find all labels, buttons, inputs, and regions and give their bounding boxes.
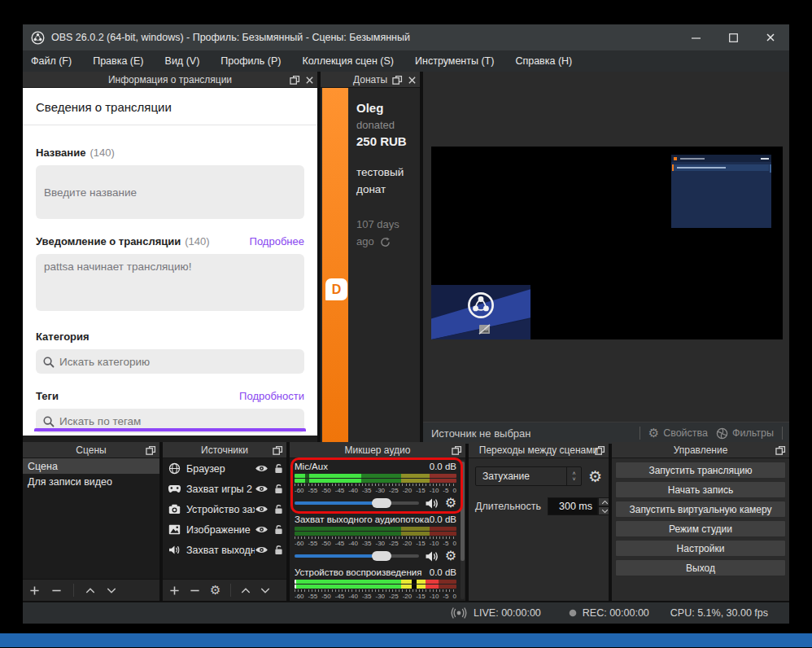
menu-tools[interactable]: Инструменты (T) [415,55,494,67]
menu-edit[interactable]: Правка (E) [93,55,143,67]
volume-slider[interactable] [295,550,419,562]
maximize-button[interactable] [714,24,752,50]
transitions-dock-header[interactable]: Переходы между сценами [469,442,609,458]
add-scene-button[interactable] [29,585,40,596]
channel-settings-gear-icon[interactable]: ⚙ [445,549,456,563]
source-item[interactable]: Изображение [163,519,286,540]
lock-icon[interactable] [274,463,283,474]
category-search-input[interactable] [59,356,298,368]
close-button[interactable] [752,24,789,50]
visibility-eye-icon[interactable] [255,525,268,534]
move-scene-up-button[interactable] [85,587,95,594]
studio-mode-button[interactable]: Режим студии [615,520,786,537]
source-item[interactable]: Захват игры 2 [163,479,286,499]
menu-scene-collection[interactable]: Коллекция сцен (S) [302,55,394,67]
preview-region: Источник не выбран ⚙ Свойства Фильтры [423,72,789,444]
mixer-scrollbar[interactable] [461,460,465,599]
lock-icon[interactable] [274,504,283,514]
undock-icon[interactable] [775,445,786,456]
transition-settings-gear-icon[interactable]: ⚙ [588,467,602,486]
properties-button[interactable]: ⚙ Свойства [648,426,708,440]
add-source-button[interactable] [169,585,180,596]
menu-help[interactable]: Справка (H) [515,55,572,67]
tags-search-input[interactable] [59,415,298,427]
lock-icon[interactable] [274,545,283,555]
undock-icon[interactable] [595,445,605,456]
screenshot-root: OBS 26.0.2 (64-bit, windows) - Профиль: … [0,0,812,648]
exit-button[interactable]: Выход [615,559,786,576]
minimize-button[interactable] [677,24,714,50]
move-source-down-button[interactable] [260,587,270,594]
source-properties-gear-icon[interactable]: ⚙ [210,583,220,598]
meter-tick-label: -45 [335,593,345,600]
tags-details-link[interactable]: Подробности [239,390,304,402]
undock-icon[interactable] [290,75,300,85]
channel-settings-gear-icon[interactable]: ⚙ [445,497,456,510]
mute-speaker-icon[interactable] [425,497,439,510]
meter-tick-label: -35 [362,593,372,600]
duration-up-button[interactable] [598,497,609,506]
volume-meter [295,479,456,483]
donations-dock-header[interactable]: Донаты [321,72,420,88]
stream-info-dock-header[interactable]: Информация о трансляции [23,72,317,88]
duration-spinbox[interactable]: 300 ms [548,497,609,515]
meter-tick-labels: -60-55-50-45-40-35-30-25-20-15-10-50 [295,540,456,547]
volume-slider-handle[interactable] [372,498,391,508]
meter-tick-label: -25 [389,593,399,600]
visibility-eye-icon[interactable] [255,484,268,493]
undock-icon[interactable] [452,445,462,456]
mixer-dock-header[interactable]: Микшер аудио [290,442,465,458]
meter-tick-label: -10 [430,593,439,600]
visibility-eye-icon[interactable] [255,505,268,514]
meter-tick-label: -30 [375,593,385,600]
controls-dock-header[interactable]: Управление [612,442,789,458]
volume-slider-handle[interactable] [372,551,391,561]
menu-profile[interactable]: Профиль (P) [220,55,281,67]
refresh-icon[interactable] [380,237,391,247]
rec-time: REC: 00:00:00 [583,607,649,619]
start-virtual-camera-button[interactable]: Запустить виртуальную камеру [615,501,786,518]
mute-speaker-icon[interactable] [425,550,439,563]
lock-icon[interactable] [274,524,283,535]
transition-select[interactable]: Затухание ˄˅ [475,466,582,486]
menu-view[interactable]: Вид (V) [165,55,200,67]
lock-icon[interactable] [274,484,283,494]
duration-value[interactable]: 300 ms [548,497,598,515]
source-item[interactable]: Захват выходног [163,540,286,560]
remove-source-button[interactable] [190,585,200,596]
visibility-eye-icon[interactable] [255,464,268,473]
volume-slider[interactable] [295,497,419,509]
undock-icon[interactable] [392,75,403,85]
start-recording-button[interactable]: Начать запись [615,481,786,498]
sources-dock-header[interactable]: Источники [163,442,286,458]
preview-canvas[interactable] [431,147,783,339]
undock-icon[interactable] [273,445,283,456]
close-dock-icon[interactable] [305,76,314,85]
move-source-up-button[interactable] [241,587,251,594]
meter-tick-label: -50 [321,593,331,600]
combo-spinner-icon[interactable]: ˄˅ [566,467,581,485]
settings-button[interactable]: Настройки [615,540,786,557]
source-item[interactable]: Устройство захва [163,499,286,519]
start-streaming-button[interactable]: Запустить трансляцию [615,462,786,479]
duration-down-button[interactable] [598,506,609,515]
menu-file[interactable]: Файл (F) [31,55,72,67]
scene-item[interactable]: Сцена [23,458,159,474]
remove-scene-button[interactable] [51,585,62,596]
meter-tick-label: 0 [453,593,456,600]
close-dock-icon[interactable] [408,76,417,85]
move-scene-down-button[interactable] [107,587,116,594]
record-dot-icon [569,609,577,617]
search-icon [42,415,55,427]
scene-item[interactable]: Для записи видео [23,474,159,489]
visibility-eye-icon[interactable] [255,545,268,554]
notification-more-link[interactable]: Подробнее [250,235,304,247]
undock-icon[interactable] [146,445,156,456]
scenes-dock-header[interactable]: Сцены [23,442,159,458]
filters-button[interactable]: Фильтры [716,427,774,440]
source-item[interactable]: Браузер [163,458,286,479]
stream-title-input[interactable] [36,165,304,219]
notification-textarea[interactable]: pattsa начинает трансляцию! [36,254,304,311]
meter-tick-label: -5 [443,487,448,494]
status-bar: LIVE: 00:00:00 REC: 00:00:00 CPU: 5.1%, … [23,602,789,624]
